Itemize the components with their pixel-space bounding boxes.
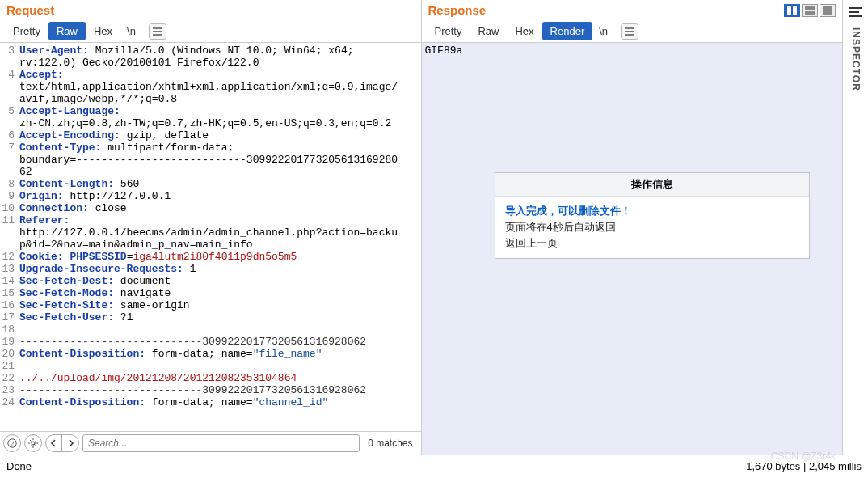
- dialog-title: 操作信息: [495, 173, 809, 197]
- status-bar: Done 1,670 bytes | 2,045 millis: [0, 455, 868, 477]
- response-top-text: GIF89a: [425, 44, 840, 57]
- response-panel: Response Pretty Raw Hex Render \n GIF89a: [422, 0, 843, 455]
- help-button[interactable]: ?: [3, 434, 21, 452]
- rows-icon: [805, 6, 815, 15]
- resp-tab-pretty[interactable]: Pretty: [427, 22, 470, 40]
- svg-point-2: [32, 442, 35, 445]
- arrow-right-icon: [66, 439, 74, 447]
- response-render-area[interactable]: GIF89a 操作信息 导入完成，可以删除文件！ 页面将在4秒后自动返回 返回上…: [422, 43, 843, 455]
- right-rail: INSPECTOR: [842, 0, 868, 455]
- inspector-label[interactable]: INSPECTOR: [850, 27, 862, 91]
- match-count: 0 matches: [363, 438, 417, 449]
- question-icon: ?: [7, 438, 17, 448]
- dialog-line-2: 页面将在4秒后自动返回: [505, 219, 799, 235]
- arrow-left-icon: [50, 439, 58, 447]
- request-code: User-Agent: Mozilla/5.0 (Windows NT 10.0…: [18, 43, 421, 431]
- dialog-line-1: 导入完成，可以删除文件！: [505, 203, 799, 219]
- request-panel: Request Pretty Raw Hex \n 34567891011121…: [0, 0, 422, 455]
- resp-tab-raw[interactable]: Raw: [470, 22, 507, 40]
- search-bar: ? 0 matches: [0, 431, 421, 455]
- hamburger-icon: [625, 27, 634, 36]
- tab-raw[interactable]: Raw: [48, 22, 86, 40]
- request-tabbar: Pretty Raw Hex \n: [0, 20, 421, 43]
- prev-button[interactable]: [46, 435, 62, 451]
- rail-menu-button[interactable]: [848, 5, 864, 19]
- layout-rows-button[interactable]: [802, 4, 818, 17]
- request-code-area[interactable]: 3456789101112131415161718192021222324 Us…: [0, 43, 421, 431]
- hamburger-icon: [153, 27, 162, 36]
- request-menu-button[interactable]: [149, 23, 166, 40]
- svg-text:?: ?: [11, 440, 15, 447]
- tab-pretty[interactable]: Pretty: [5, 22, 48, 40]
- status-left: Done: [6, 460, 32, 472]
- response-title: Response: [428, 3, 487, 17]
- line-gutter: 3456789101112131415161718192021222324: [0, 43, 18, 431]
- dialog-line-3[interactable]: 返回上一页: [505, 235, 799, 252]
- hamburger-icon: [849, 7, 862, 17]
- layout-columns-button[interactable]: [784, 4, 800, 17]
- search-input[interactable]: [82, 434, 360, 452]
- svg-rect-3: [787, 6, 791, 15]
- settings-button[interactable]: [24, 434, 42, 452]
- request-title: Request: [6, 3, 54, 17]
- columns-icon: [787, 6, 797, 15]
- tab-hex[interactable]: Hex: [86, 22, 120, 40]
- svg-rect-5: [805, 6, 815, 10]
- tab-newline[interactable]: \n: [120, 22, 142, 40]
- response-menu-button[interactable]: [621, 23, 638, 40]
- svg-rect-4: [793, 6, 797, 15]
- single-icon: [823, 6, 832, 15]
- next-button[interactable]: [62, 435, 78, 451]
- resp-tab-hex[interactable]: Hex: [507, 22, 541, 40]
- message-dialog: 操作信息 导入完成，可以删除文件！ 页面将在4秒后自动返回 返回上一页: [495, 172, 810, 259]
- response-tabbar: Pretty Raw Hex Render \n: [422, 20, 843, 43]
- view-toggle: [784, 4, 836, 17]
- layout-single-button[interactable]: [820, 4, 836, 17]
- status-right: 1,670 bytes | 2,045 millis: [746, 460, 862, 472]
- resp-tab-render[interactable]: Render: [542, 22, 593, 40]
- nav-buttons: [45, 434, 79, 452]
- svg-rect-7: [823, 6, 832, 15]
- svg-rect-6: [805, 11, 815, 15]
- gear-icon: [28, 438, 38, 448]
- resp-tab-newline[interactable]: \n: [592, 22, 614, 40]
